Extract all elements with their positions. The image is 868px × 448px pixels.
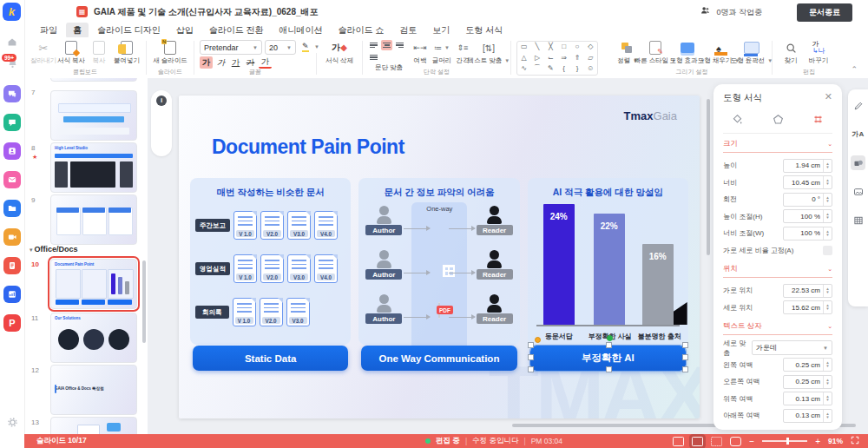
sheets-app-icon[interactable] xyxy=(3,286,21,303)
stepper-icon[interactable]: ▲▼ xyxy=(823,285,832,297)
size-tab-icon-selected[interactable] xyxy=(811,112,825,127)
align-justify-icon[interactable] xyxy=(368,52,379,63)
chart-bar[interactable]: 24% xyxy=(543,204,575,326)
align-center-icon[interactable] xyxy=(381,40,392,50)
slide-canvas[interactable]: TMAX TmaxGaia Document Pain Point 매번 작성하… xyxy=(179,96,700,418)
slide-7-thumbnail[interactable] xyxy=(50,90,137,141)
video-app-icon[interactable] xyxy=(3,228,21,246)
format-painter-button[interactable]: 서식 복사 xyxy=(57,40,85,65)
close-document-button[interactable]: 문서종료 xyxy=(797,3,852,22)
zoom-slider-thumb[interactable] xyxy=(786,438,789,445)
contacts-app-icon[interactable] xyxy=(3,142,21,160)
stepper-icon[interactable]: ▲▼ xyxy=(823,376,832,388)
docs-app-icon[interactable] xyxy=(3,257,21,274)
menu-animation[interactable]: 애니메이션 xyxy=(273,23,330,38)
text-fit-button[interactable]: [⇅] 텍스트 맞춤▼ xyxy=(472,40,505,65)
menu-slide-design[interactable]: 슬라이드 디자인 xyxy=(90,23,168,38)
menu-slideshow[interactable]: 슬라이드 쇼 xyxy=(332,23,391,38)
find-button[interactable]: 찾기 xyxy=(778,40,804,65)
bullets-button[interactable]: ≔▼ 글머리 xyxy=(431,40,453,65)
height-scale-input[interactable]: ▲▼ xyxy=(783,209,832,223)
menu-home[interactable]: 홈 xyxy=(66,23,89,38)
menu-transition[interactable]: 슬라이드 전환 xyxy=(202,23,271,38)
cut-button[interactable]: ✂ 잘라내기 xyxy=(30,40,57,65)
stepper-icon[interactable]: ▲▼ xyxy=(823,359,832,371)
strikethrough-button[interactable]: 가 xyxy=(244,56,257,69)
valign-select[interactable]: 가운데▼ xyxy=(752,340,832,355)
thumbnail-scrollbar[interactable] xyxy=(142,260,146,343)
chat-app-icon[interactable] xyxy=(3,85,21,102)
margin-left-input[interactable]: ▲▼ xyxy=(783,358,832,372)
margin-right-input[interactable]: ▲▼ xyxy=(783,375,832,389)
drive-app-icon[interactable] xyxy=(3,200,21,217)
selection-handle[interactable] xyxy=(528,354,534,360)
selection-handle[interactable] xyxy=(528,342,534,348)
slideshow-view-icon[interactable] xyxy=(730,437,741,446)
width-input[interactable]: ▲▼ xyxy=(783,175,832,189)
chart-bar[interactable]: 16% xyxy=(642,244,674,326)
canvas-vertical-scrollbar[interactable] xyxy=(707,99,710,255)
zoom-slider[interactable] xyxy=(762,440,807,442)
menu-file[interactable]: 파일 xyxy=(33,23,64,38)
stepper-icon[interactable]: ▲▼ xyxy=(823,392,832,405)
zoom-out-icon[interactable]: − xyxy=(749,437,754,446)
selection-handle[interactable] xyxy=(606,366,612,372)
stepper-icon[interactable]: ▲▼ xyxy=(823,176,832,188)
paste-button[interactable]: 붙여넣기 xyxy=(113,40,141,65)
design-pen-icon[interactable] xyxy=(851,98,865,113)
stepper-icon[interactable]: ▲▼ xyxy=(823,194,832,206)
presentation-app-icon[interactable]: P xyxy=(3,314,21,332)
underline-button[interactable]: 가 xyxy=(229,56,242,69)
app-logo[interactable]: k xyxy=(3,3,21,21)
slide-12-thumbnail[interactable]: GAIA Office & Docs 특장점 xyxy=(50,365,137,415)
normal-view-icon-selected[interactable] xyxy=(692,437,703,446)
rotation-handle[interactable] xyxy=(607,335,613,341)
zoom-in-icon[interactable]: + xyxy=(815,437,820,446)
selection-handle[interactable] xyxy=(606,342,612,348)
stepper-icon[interactable]: ▲▼ xyxy=(823,410,832,422)
selection-handle[interactable] xyxy=(682,366,688,372)
shape-outline-button[interactable]: 도형 윤곽선▼ xyxy=(735,40,768,65)
italic-button[interactable]: 가 xyxy=(214,56,227,69)
slide-8-thumbnail[interactable]: High Level Studio xyxy=(50,142,137,193)
menu-shape-format[interactable]: 도형 서식 xyxy=(458,23,510,38)
panel-close-icon[interactable]: ✕ xyxy=(825,91,832,102)
font-color-button[interactable]: 가 xyxy=(259,56,272,69)
fullscreen-icon[interactable] xyxy=(851,436,859,446)
copy-button[interactable]: 복사 xyxy=(85,40,113,65)
aspect-lock-checkbox[interactable] xyxy=(823,246,832,255)
pos-x-input[interactable]: ▲▼ xyxy=(783,284,832,298)
align-right-icon[interactable] xyxy=(394,40,405,50)
margin-top-input[interactable]: ▲▼ xyxy=(783,392,832,405)
rotation-input[interactable]: ▲▼ xyxy=(783,193,832,207)
notes-view-icon[interactable] xyxy=(673,437,684,446)
home-icon[interactable] xyxy=(3,33,21,50)
font-size-select[interactable]: 20▼ xyxy=(265,40,296,55)
stepper-icon[interactable]: ▲▼ xyxy=(823,160,832,172)
quick-style-button[interactable]: ✎ 빠른 스타일▼ xyxy=(638,40,673,65)
chart-bar[interactable]: 22% xyxy=(594,214,625,326)
slide-11-thumbnail[interactable]: Our Solutions xyxy=(50,313,137,363)
table-tool-icon[interactable] xyxy=(851,213,865,227)
selection-handle[interactable] xyxy=(682,342,688,348)
bold-button[interactable]: 가 xyxy=(200,56,213,69)
slide-title[interactable]: Document Pain Point xyxy=(212,135,404,159)
shape-tab-icon[interactable] xyxy=(771,112,786,127)
menu-insert[interactable]: 삽입 xyxy=(169,23,201,38)
selection-handle[interactable] xyxy=(682,354,688,360)
slide-9-thumbnail[interactable] xyxy=(50,194,137,245)
menu-view[interactable]: 보기 xyxy=(425,23,457,38)
ribbon-collapse-button[interactable]: ⌃ xyxy=(851,65,858,74)
settings-gear-icon[interactable] xyxy=(3,413,21,431)
menu-review[interactable]: 검토 xyxy=(392,23,424,38)
margin-bottom-input[interactable]: ▲▼ xyxy=(783,409,832,423)
slide-10-thumbnail-selected[interactable]: Document Pain Point xyxy=(50,259,137,309)
height-input[interactable]: ▲▼ xyxy=(783,159,832,173)
shape-gallery[interactable]: ▭╲╳□○◇ △▷⌙⇒⇑▱ ∿⌒✎{}☺ xyxy=(516,41,598,76)
stepper-icon[interactable]: ▲▼ xyxy=(823,227,832,240)
adjust-handle[interactable] xyxy=(535,337,541,343)
indent-button[interactable]: ⇤⇥ 여백 xyxy=(410,40,431,65)
textbox-section-header[interactable]: 텍스트 상자⌄ xyxy=(723,316,832,335)
replace-button[interactable]: 가↳나 바꾸기 xyxy=(804,40,833,65)
stepper-icon[interactable]: ▲▼ xyxy=(823,210,832,222)
